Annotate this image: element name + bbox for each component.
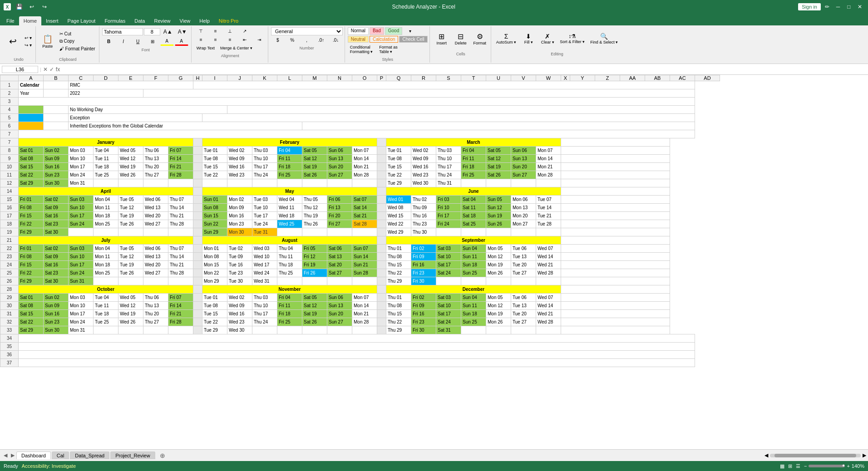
cell[interactable]: Thu 21 [168, 212, 193, 220]
cell[interactable]: Sun 04 [461, 245, 486, 253]
cell[interactable] [19, 106, 44, 114]
cell[interactable]: Thu 17 [252, 163, 277, 171]
cell[interactable]: April [19, 187, 193, 196]
cell[interactable]: September [386, 236, 561, 245]
cell[interactable] [461, 277, 486, 285]
cell[interactable]: Tue 03 [252, 196, 277, 204]
cell[interactable]: Sat 28 [352, 220, 377, 228]
col-E[interactable]: E [118, 75, 143, 81]
cell[interactable]: Sun 15 [202, 212, 227, 220]
cell[interactable]: Sat 08 [19, 155, 44, 163]
cell[interactable]: Fri 02 [411, 245, 436, 253]
page-break-view-btn[interactable]: ☰ [796, 463, 800, 465]
cell[interactable]: Tue 15 [202, 310, 227, 318]
cell[interactable]: Wed 05 [118, 147, 143, 155]
cell[interactable]: Mon 10 [69, 302, 94, 310]
cell[interactable] [561, 228, 670, 236]
row-header-21[interactable]: 21 [0, 236, 19, 245]
cell[interactable]: Wed 19 [118, 310, 143, 318]
cell[interactable]: Tue 23 [227, 269, 252, 277]
cell[interactable]: Thu 14 [168, 253, 193, 261]
cell[interactable]: Sun 23 [44, 318, 69, 326]
cell[interactable]: Thu 07 [168, 245, 193, 253]
row-header-11[interactable]: 11 [0, 171, 19, 179]
cell[interactable]: Wed 31 [252, 277, 277, 285]
cell[interactable]: May [202, 187, 377, 196]
cell[interactable]: Sat 15 [19, 163, 44, 171]
cell[interactable] [511, 228, 536, 236]
cell[interactable]: Thu 05 [302, 196, 327, 204]
cell[interactable] [44, 122, 69, 130]
cell[interactable] [168, 179, 193, 187]
cell[interactable]: Wed 09 [227, 302, 252, 310]
cell[interactable]: Sat 11 [461, 204, 486, 212]
cell[interactable]: Wed 09 [411, 155, 436, 163]
cell[interactable]: Fri 24 [436, 220, 461, 228]
cell[interactable]: Inherited Exceptions from the Global Cal… [69, 122, 302, 130]
cell[interactable]: Wed 23 [227, 171, 252, 179]
font-size-input[interactable] [144, 28, 160, 35]
cell[interactable]: Mon 04 [94, 196, 118, 204]
cell[interactable]: Wed 14 [536, 302, 561, 310]
cell[interactable]: Sun 07 [352, 245, 377, 253]
cell[interactable]: Tue 22 [386, 171, 411, 179]
tab-nitro[interactable]: Nitro Pro [214, 16, 243, 25]
cell[interactable]: Sun 06 [511, 147, 536, 155]
cell[interactable]: Exception [69, 114, 202, 122]
cell[interactable]: Tue 31 [252, 228, 277, 236]
cell[interactable]: Wed 10 [252, 253, 277, 261]
cell[interactable]: Tue 12 [118, 253, 143, 261]
cell[interactable]: Fri 01 [19, 245, 44, 253]
cell[interactable] [44, 114, 69, 122]
quick-redo-btn[interactable]: ↪ [40, 2, 49, 11]
cell[interactable]: Thu 28 [168, 220, 193, 228]
undo-dropdown[interactable]: ↩ ▾ [23, 34, 34, 41]
cell[interactable]: Sun 13 [327, 155, 352, 163]
cell[interactable] [561, 302, 670, 310]
row-header-35[interactable]: 35 [0, 343, 19, 351]
cell[interactable]: Thu 17 [252, 310, 277, 318]
cell[interactable]: RMC [69, 81, 193, 89]
col-F[interactable]: F [143, 75, 168, 81]
underline-button[interactable]: U [131, 38, 145, 45]
cell[interactable] [561, 220, 670, 228]
cell[interactable]: Sun 20 [327, 310, 352, 318]
cell[interactable]: Fri 30 [411, 326, 436, 334]
col-R[interactable]: R [411, 75, 436, 81]
cell[interactable]: Fri 26 [302, 269, 327, 277]
cell[interactable]: Thu 12 [302, 204, 327, 212]
cell[interactable]: Mon 31 [69, 326, 94, 334]
cell[interactable] [227, 179, 252, 187]
cell[interactable] [436, 228, 461, 236]
row-header-1[interactable]: 1 [0, 81, 19, 89]
cell[interactable] [436, 277, 461, 285]
cell[interactable]: Sun 19 [486, 212, 511, 220]
cell[interactable]: Mon 20 [511, 212, 536, 220]
cell[interactable] [561, 294, 670, 302]
cell[interactable]: Thu 08 [386, 302, 411, 310]
name-box[interactable] [2, 66, 38, 73]
cell[interactable]: Fri 06 [327, 196, 352, 204]
currency-btn[interactable]: $ [271, 36, 285, 44]
cell[interactable]: Sun 25 [461, 318, 486, 326]
redo-dropdown[interactable]: ↪ ▾ [23, 42, 34, 49]
cell[interactable] [19, 130, 695, 138]
cell[interactable]: Thu 18 [277, 261, 302, 269]
cell[interactable]: January [19, 138, 193, 147]
row-header-7[interactable]: 7 [0, 138, 19, 147]
cell[interactable]: Thu 03 [252, 294, 277, 302]
find-select-btn[interactable]: 🔍 Find & Select ▾ [588, 27, 620, 50]
cell[interactable]: Fri 18 [277, 163, 302, 171]
cell[interactable]: Sat 12 [486, 155, 511, 163]
cell[interactable]: Tue 26 [118, 269, 143, 277]
cell[interactable]: Mon 24 [69, 318, 94, 326]
col-Q[interactable]: Q [386, 75, 411, 81]
cell[interactable]: Sun 28 [352, 269, 377, 277]
cell[interactable]: Thu 24 [436, 171, 461, 179]
cell[interactable]: Sun 24 [69, 220, 94, 228]
clear-btn[interactable]: ✗ Clear ▾ [538, 27, 557, 50]
cell[interactable]: Tue 16 [227, 261, 252, 269]
cell[interactable]: Wed 08 [386, 204, 411, 212]
cell[interactable]: Mon 11 [94, 253, 118, 261]
cell[interactable]: Wed 04 [277, 196, 302, 204]
